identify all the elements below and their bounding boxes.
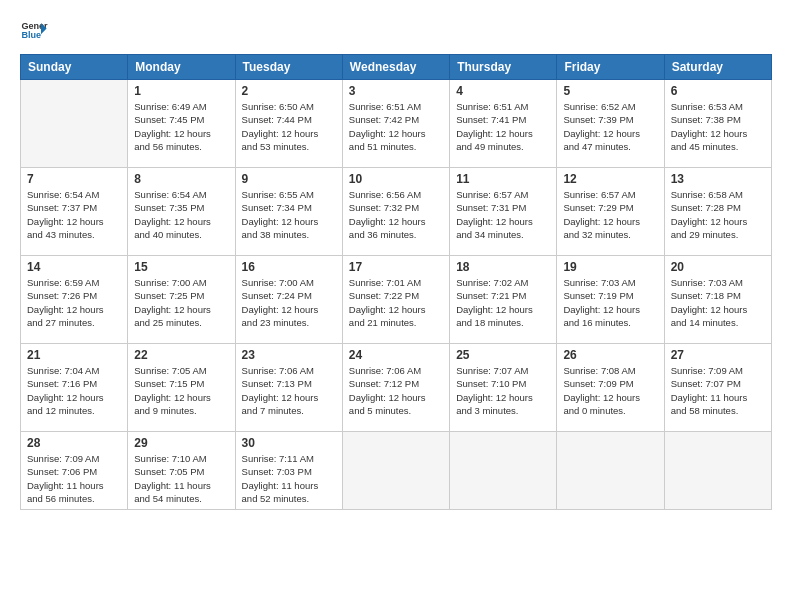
day-cell: 19Sunrise: 7:03 AMSunset: 7:19 PMDayligh… — [557, 256, 664, 344]
day-number: 25 — [456, 348, 550, 362]
day-info: Sunrise: 7:02 AMSunset: 7:21 PMDaylight:… — [456, 276, 550, 329]
day-cell: 18Sunrise: 7:02 AMSunset: 7:21 PMDayligh… — [450, 256, 557, 344]
day-number: 29 — [134, 436, 228, 450]
day-number: 17 — [349, 260, 443, 274]
day-cell: 6Sunrise: 6:53 AMSunset: 7:38 PMDaylight… — [664, 80, 771, 168]
logo: General Blue — [20, 16, 48, 44]
day-number: 14 — [27, 260, 121, 274]
day-cell — [664, 432, 771, 510]
day-info: Sunrise: 7:04 AMSunset: 7:16 PMDaylight:… — [27, 364, 121, 417]
day-number: 22 — [134, 348, 228, 362]
day-info: Sunrise: 6:57 AMSunset: 7:29 PMDaylight:… — [563, 188, 657, 241]
weekday-header-row: SundayMondayTuesdayWednesdayThursdayFrid… — [21, 55, 772, 80]
day-info: Sunrise: 6:59 AMSunset: 7:26 PMDaylight:… — [27, 276, 121, 329]
day-cell: 9Sunrise: 6:55 AMSunset: 7:34 PMDaylight… — [235, 168, 342, 256]
day-info: Sunrise: 7:09 AMSunset: 7:07 PMDaylight:… — [671, 364, 765, 417]
day-cell: 17Sunrise: 7:01 AMSunset: 7:22 PMDayligh… — [342, 256, 449, 344]
weekday-header-tuesday: Tuesday — [235, 55, 342, 80]
day-cell: 30Sunrise: 7:11 AMSunset: 7:03 PMDayligh… — [235, 432, 342, 510]
day-info: Sunrise: 7:06 AMSunset: 7:13 PMDaylight:… — [242, 364, 336, 417]
day-number: 4 — [456, 84, 550, 98]
day-number: 23 — [242, 348, 336, 362]
day-number: 5 — [563, 84, 657, 98]
day-info: Sunrise: 6:55 AMSunset: 7:34 PMDaylight:… — [242, 188, 336, 241]
day-info: Sunrise: 6:54 AMSunset: 7:35 PMDaylight:… — [134, 188, 228, 241]
day-cell: 10Sunrise: 6:56 AMSunset: 7:32 PMDayligh… — [342, 168, 449, 256]
day-info: Sunrise: 6:56 AMSunset: 7:32 PMDaylight:… — [349, 188, 443, 241]
day-number: 28 — [27, 436, 121, 450]
day-cell: 5Sunrise: 6:52 AMSunset: 7:39 PMDaylight… — [557, 80, 664, 168]
day-info: Sunrise: 7:11 AMSunset: 7:03 PMDaylight:… — [242, 452, 336, 505]
day-cell: 28Sunrise: 7:09 AMSunset: 7:06 PMDayligh… — [21, 432, 128, 510]
weekday-header-saturday: Saturday — [664, 55, 771, 80]
day-info: Sunrise: 7:03 AMSunset: 7:19 PMDaylight:… — [563, 276, 657, 329]
week-row-5: 28Sunrise: 7:09 AMSunset: 7:06 PMDayligh… — [21, 432, 772, 510]
day-info: Sunrise: 6:49 AMSunset: 7:45 PMDaylight:… — [134, 100, 228, 153]
day-info: Sunrise: 7:07 AMSunset: 7:10 PMDaylight:… — [456, 364, 550, 417]
day-number: 10 — [349, 172, 443, 186]
weekday-header-thursday: Thursday — [450, 55, 557, 80]
weekday-header-sunday: Sunday — [21, 55, 128, 80]
day-info: Sunrise: 6:52 AMSunset: 7:39 PMDaylight:… — [563, 100, 657, 153]
day-number: 13 — [671, 172, 765, 186]
day-cell: 26Sunrise: 7:08 AMSunset: 7:09 PMDayligh… — [557, 344, 664, 432]
day-info: Sunrise: 6:58 AMSunset: 7:28 PMDaylight:… — [671, 188, 765, 241]
day-cell: 27Sunrise: 7:09 AMSunset: 7:07 PMDayligh… — [664, 344, 771, 432]
day-info: Sunrise: 6:51 AMSunset: 7:41 PMDaylight:… — [456, 100, 550, 153]
day-cell: 24Sunrise: 7:06 AMSunset: 7:12 PMDayligh… — [342, 344, 449, 432]
day-number: 21 — [27, 348, 121, 362]
day-cell: 22Sunrise: 7:05 AMSunset: 7:15 PMDayligh… — [128, 344, 235, 432]
day-number: 24 — [349, 348, 443, 362]
page: General Blue SundayMondayTuesdayWednesda… — [0, 0, 792, 612]
week-row-3: 14Sunrise: 6:59 AMSunset: 7:26 PMDayligh… — [21, 256, 772, 344]
day-cell — [450, 432, 557, 510]
day-cell: 7Sunrise: 6:54 AMSunset: 7:37 PMDaylight… — [21, 168, 128, 256]
day-number: 1 — [134, 84, 228, 98]
day-info: Sunrise: 7:10 AMSunset: 7:05 PMDaylight:… — [134, 452, 228, 505]
week-row-1: 1Sunrise: 6:49 AMSunset: 7:45 PMDaylight… — [21, 80, 772, 168]
day-cell: 21Sunrise: 7:04 AMSunset: 7:16 PMDayligh… — [21, 344, 128, 432]
day-cell: 16Sunrise: 7:00 AMSunset: 7:24 PMDayligh… — [235, 256, 342, 344]
day-number: 7 — [27, 172, 121, 186]
day-number: 18 — [456, 260, 550, 274]
weekday-header-monday: Monday — [128, 55, 235, 80]
day-cell — [21, 80, 128, 168]
weekday-header-friday: Friday — [557, 55, 664, 80]
day-info: Sunrise: 7:03 AMSunset: 7:18 PMDaylight:… — [671, 276, 765, 329]
day-info: Sunrise: 7:00 AMSunset: 7:24 PMDaylight:… — [242, 276, 336, 329]
day-number: 6 — [671, 84, 765, 98]
day-info: Sunrise: 6:53 AMSunset: 7:38 PMDaylight:… — [671, 100, 765, 153]
weekday-header-wednesday: Wednesday — [342, 55, 449, 80]
day-number: 20 — [671, 260, 765, 274]
day-info: Sunrise: 7:06 AMSunset: 7:12 PMDaylight:… — [349, 364, 443, 417]
day-info: Sunrise: 6:54 AMSunset: 7:37 PMDaylight:… — [27, 188, 121, 241]
day-cell: 1Sunrise: 6:49 AMSunset: 7:45 PMDaylight… — [128, 80, 235, 168]
day-number: 26 — [563, 348, 657, 362]
logo-icon: General Blue — [20, 16, 48, 44]
day-info: Sunrise: 7:00 AMSunset: 7:25 PMDaylight:… — [134, 276, 228, 329]
calendar: SundayMondayTuesdayWednesdayThursdayFrid… — [20, 54, 772, 510]
day-info: Sunrise: 7:08 AMSunset: 7:09 PMDaylight:… — [563, 364, 657, 417]
day-info: Sunrise: 7:09 AMSunset: 7:06 PMDaylight:… — [27, 452, 121, 505]
day-number: 27 — [671, 348, 765, 362]
day-cell: 25Sunrise: 7:07 AMSunset: 7:10 PMDayligh… — [450, 344, 557, 432]
day-number: 12 — [563, 172, 657, 186]
day-cell: 3Sunrise: 6:51 AMSunset: 7:42 PMDaylight… — [342, 80, 449, 168]
day-cell: 11Sunrise: 6:57 AMSunset: 7:31 PMDayligh… — [450, 168, 557, 256]
day-number: 16 — [242, 260, 336, 274]
day-info: Sunrise: 6:50 AMSunset: 7:44 PMDaylight:… — [242, 100, 336, 153]
svg-text:Blue: Blue — [21, 30, 41, 40]
week-row-4: 21Sunrise: 7:04 AMSunset: 7:16 PMDayligh… — [21, 344, 772, 432]
day-info: Sunrise: 6:57 AMSunset: 7:31 PMDaylight:… — [456, 188, 550, 241]
day-number: 19 — [563, 260, 657, 274]
day-cell: 23Sunrise: 7:06 AMSunset: 7:13 PMDayligh… — [235, 344, 342, 432]
day-cell: 29Sunrise: 7:10 AMSunset: 7:05 PMDayligh… — [128, 432, 235, 510]
day-number: 11 — [456, 172, 550, 186]
day-number: 9 — [242, 172, 336, 186]
day-cell: 8Sunrise: 6:54 AMSunset: 7:35 PMDaylight… — [128, 168, 235, 256]
day-number: 15 — [134, 260, 228, 274]
day-cell: 2Sunrise: 6:50 AMSunset: 7:44 PMDaylight… — [235, 80, 342, 168]
day-number: 8 — [134, 172, 228, 186]
day-info: Sunrise: 7:05 AMSunset: 7:15 PMDaylight:… — [134, 364, 228, 417]
day-cell: 15Sunrise: 7:00 AMSunset: 7:25 PMDayligh… — [128, 256, 235, 344]
